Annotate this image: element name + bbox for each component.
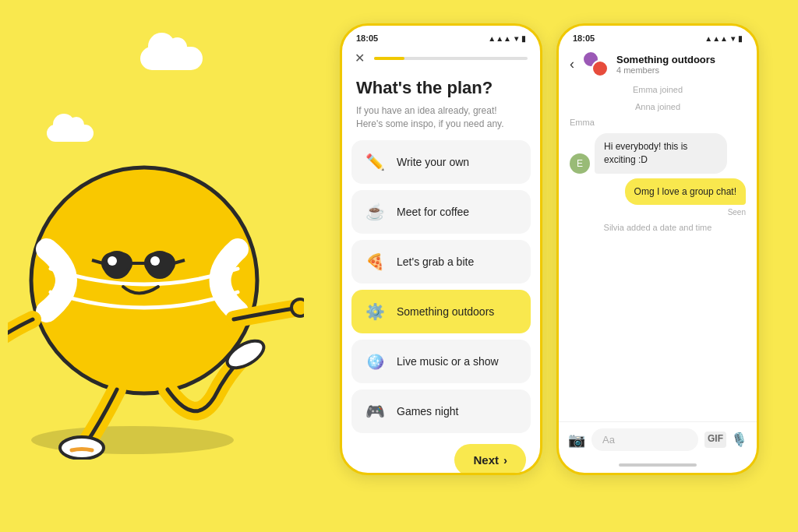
- svg-point-11: [291, 299, 304, 316]
- camera-icon[interactable]: 📷: [568, 432, 585, 449]
- signal-icon: ▲▲▲: [488, 34, 511, 43]
- option-bite[interactable]: 🍕 Let's grab a bite: [351, 240, 531, 284]
- sender-avatar: E: [570, 153, 590, 174]
- phone-plan-selection: 18:05 ▲▲▲ ▾ ▮ ✕ What's the plan? If you …: [340, 23, 542, 475]
- battery-icon-2: ▮: [738, 34, 743, 43]
- status-bar-2: 18:05 ▲▲▲ ▾ ▮: [559, 26, 757, 46]
- signal-icon-2: ▲▲▲: [704, 34, 728, 43]
- message-bubble-2: Omg I love a group chat!: [625, 178, 746, 206]
- plan-options-list: ✏️ Write your own ☕ Meet for coffee 🍕 Le…: [342, 140, 540, 433]
- write-icon: ✏️: [362, 150, 387, 174]
- cloud-1: [140, 47, 203, 70]
- option-outdoors-label: Something outdoors: [397, 305, 494, 318]
- status-icons-1: ▲▲▲ ▾ ▮: [488, 34, 526, 43]
- chat-members: 4 members: [616, 65, 746, 75]
- plan-title: What's the plan?: [342, 72, 540, 101]
- chat-name: Something outdoors: [616, 54, 746, 65]
- svg-point-5: [150, 256, 160, 266]
- next-button[interactable]: Next ›: [454, 444, 526, 475]
- outdoors-icon: ⚙️: [362, 299, 387, 324]
- message-row-2: Omg I love a group chat!: [570, 178, 746, 206]
- status-icons-2: ▲▲▲ ▾ ▮: [704, 34, 743, 43]
- seen-label: Seen: [570, 208, 746, 217]
- system-msg-emma: Emma joined: [570, 85, 746, 94]
- status-time-2: 18:05: [573, 33, 595, 43]
- progress-bar-fill: [374, 57, 404, 60]
- option-bite-label: Let's grab a bite: [397, 255, 474, 268]
- back-button[interactable]: ‹: [570, 56, 574, 72]
- option-music-label: Live music or a show: [397, 355, 499, 368]
- battery-icon: ▮: [521, 34, 526, 43]
- progress-bar: [374, 57, 528, 60]
- status-bar-1: 18:05 ▲▲▲ ▾ ▮: [342, 26, 540, 46]
- option-outdoors[interactable]: ⚙️ Something outdoors: [351, 290, 531, 333]
- coffee-icon: ☕: [362, 199, 387, 224]
- status-time-1: 18:05: [356, 33, 378, 43]
- chat-nav-bar: ‹ Something outdoors 4 members: [559, 46, 757, 83]
- chat-messages: Emma joined Anna joined Emma E Hi everyb…: [559, 83, 757, 421]
- message-input[interactable]: Aa: [591, 428, 698, 451]
- system-msg-date: Silvia added a date and time: [570, 223, 746, 232]
- character-illustration: [23, 101, 296, 452]
- chat-input-bar: 📷 Aa GIF 🎙️: [559, 421, 757, 460]
- option-games-label: Games night: [397, 405, 458, 417]
- option-write[interactable]: ✏️ Write your own: [351, 140, 531, 184]
- microphone-icon[interactable]: 🎙️: [731, 432, 747, 448]
- avatar-2: [591, 60, 609, 77]
- option-write-label: Write your own: [397, 156, 469, 168]
- wifi-icon: ▾: [514, 34, 518, 43]
- gif-icon[interactable]: GIF: [704, 432, 726, 448]
- option-coffee-label: Meet for coffee: [397, 206, 469, 218]
- next-chevron-icon: ›: [503, 453, 507, 467]
- message-bubble-1: Hi everybody! this is exciting :D: [595, 133, 727, 174]
- option-music[interactable]: 🪩 Live music or a show: [351, 340, 531, 383]
- wifi-icon-2: ▾: [731, 34, 735, 43]
- close-button[interactable]: ✕: [355, 51, 365, 65]
- chat-header-info: Something outdoors 4 members: [616, 54, 746, 75]
- games-icon: 🎮: [362, 399, 387, 424]
- sender-label: Emma: [570, 118, 746, 127]
- chat-input-right-icons: GIF 🎙️: [704, 432, 747, 448]
- message-row-1: E Hi everybody! this is exciting :D: [570, 133, 746, 174]
- home-indicator-2: [619, 463, 697, 467]
- phone1-header: ✕: [342, 46, 540, 72]
- phones-area: 18:05 ▲▲▲ ▾ ▮ ✕ What's the plan? If you …: [340, 23, 759, 475]
- plan-subtitle: If you have an idea already, great! Here…: [342, 101, 540, 140]
- bite-icon: 🍕: [362, 249, 387, 274]
- next-button-label: Next: [473, 453, 499, 467]
- option-games[interactable]: 🎮 Games night: [351, 389, 531, 433]
- chat-avatar-group: [582, 51, 609, 77]
- phone-chat: 18:05 ▲▲▲ ▾ ▮ ‹ Something outdoors 4 mem…: [556, 23, 759, 475]
- music-icon: 🪩: [362, 349, 387, 374]
- svg-point-3: [108, 256, 117, 266]
- system-msg-anna: Anna joined: [570, 102, 746, 111]
- option-coffee[interactable]: ☕ Meet for coffee: [351, 190, 531, 234]
